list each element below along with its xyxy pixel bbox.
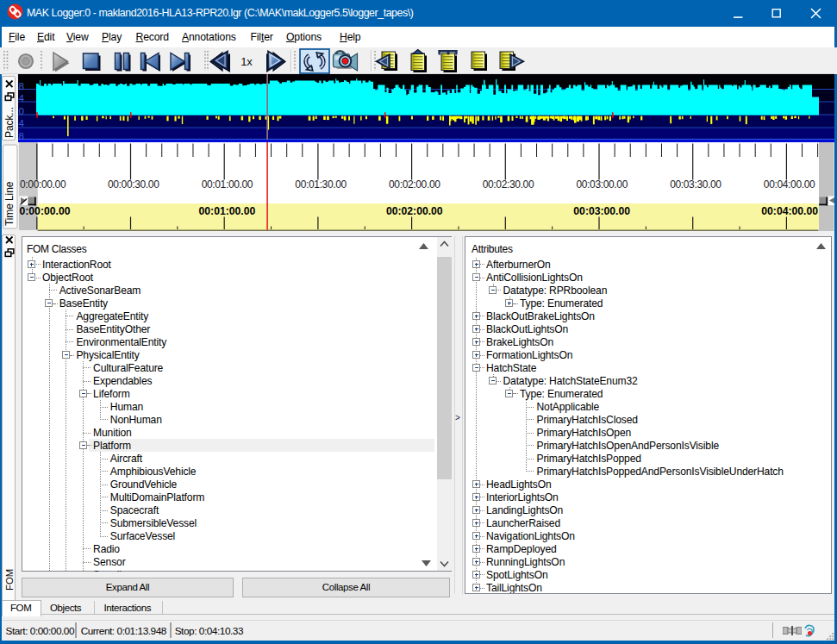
svg-text:00:04:00.00: 00:04:00.00 <box>761 205 818 217</box>
svg-text:00:02:00.00: 00:02:00.00 <box>389 178 440 191</box>
svg-text:00:00:30.00: 00:00:30.00 <box>108 178 159 191</box>
svg-text:4: 4 <box>19 93 25 103</box>
svg-text:00:01:00.00: 00:01:00.00 <box>199 205 256 217</box>
svg-text:0:00:00.00: 0:00:00.00 <box>20 178 66 191</box>
svg-text:0:00:00.00: 0:00:00.00 <box>20 205 71 217</box>
svg-text:00:03:30.00: 00:03:30.00 <box>670 178 721 191</box>
svg-text:00:02:30.00: 00:02:30.00 <box>483 178 534 191</box>
svg-text:00:01:00.00: 00:01:00.00 <box>202 178 253 191</box>
svg-text:8: 8 <box>19 131 24 140</box>
svg-text:1x: 1x <box>240 55 253 68</box>
svg-text:00:01:30.00: 00:01:30.00 <box>295 178 347 191</box>
svg-text:0: 0 <box>19 106 24 116</box>
svg-text:4: 4 <box>19 118 25 128</box>
svg-text:00:03:00.00: 00:03:00.00 <box>573 205 630 217</box>
svg-text:00:03:00.00: 00:03:00.00 <box>576 178 628 191</box>
svg-text:00:02:00.00: 00:02:00.00 <box>386 205 443 217</box>
svg-text:00:04:00.00: 00:04:00.00 <box>764 178 815 191</box>
svg-text:8: 8 <box>19 81 24 91</box>
